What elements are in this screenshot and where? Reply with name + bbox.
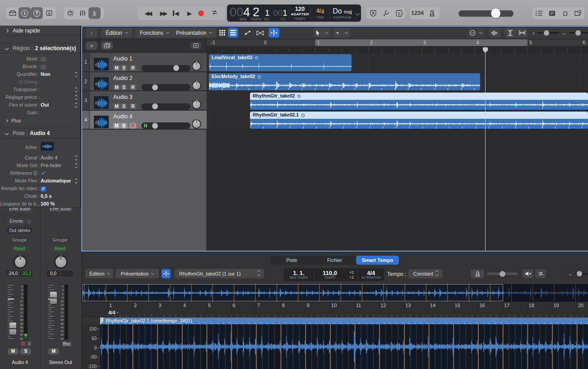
pointer-tool-menu[interactable] [313,28,330,37]
track-solo-button[interactable]: S [120,123,127,129]
inspector-row-canal-[interactable]: Canal :Audio 4 [0,154,80,162]
checkbox[interactable] [41,64,46,70]
editor-tab-smart-tempo[interactable]: Smart Tempo [356,256,399,265]
cycle-icon[interactable] [211,9,218,17]
track-mute-button[interactable]: M [113,84,120,90]
inspector-row-r-glage-pr-cis-[interactable]: Réglage précis : [0,93,80,101]
solo-button[interactable]: S [20,348,31,355]
inspector-row-muet-[interactable]: Muet : [0,55,80,63]
automation-icon[interactable] [242,28,253,37]
record-icon[interactable] [198,10,204,16]
bar-ruler[interactable]: -10123456 [207,39,588,53]
track-options-menu[interactable] [467,28,485,37]
mute-button[interactable]: M [48,348,59,355]
editor-ruler[interactable]: 1234567891011121314151617181920 4/4 [82,302,588,317]
track-pan-knob[interactable] [192,81,201,90]
stepper-icon[interactable] [75,163,77,168]
add-track-button[interactable]: + [86,42,97,50]
inspector-row-value[interactable]: Audio 4 [41,154,57,162]
region-more-row[interactable]: Plus [0,117,80,125]
volume-value[interactable]: 0,0 [47,271,60,276]
track-record-button[interactable]: R [130,103,136,109]
list-view-icon[interactable] [228,28,238,37]
inspector-row-ic-ne-[interactable]: Icône : [0,138,80,154]
input-monitor-button[interactable]: I [27,341,32,346]
cycle-range[interactable] [315,39,528,46]
inspector-row-remplir-les-vides-[interactable]: Remplir les vides :✓ [0,185,80,192]
track-inspector-header[interactable]: Piste : Audio 4 [0,128,80,138]
editor-lcd-tempo[interactable]: 110,0TEMPO [314,268,346,281]
bounce-button[interactable]: Bnc [61,341,72,347]
play-icon[interactable]: ▶ [185,10,192,16]
stepper-icon[interactable] [75,95,77,100]
track-record-button[interactable]: R [130,84,136,90]
inspector-row-r-f-rence-q-[interactable]: Référence Q :✓ [0,169,80,177]
apple-loops-icon[interactable]: Ω [559,7,572,19]
track-name[interactable]: Audio 4 [113,113,132,120]
track-volume-slider[interactable] [141,103,190,110]
editor-lcd-signature[interactable]: 4/4ALTÉRATION [358,268,384,281]
inspector-toggle-icon[interactable]: i [19,7,31,19]
inspector-row-value[interactable]: 0,5 s [41,192,51,200]
track-mute-button[interactable]: M [113,103,120,109]
editor-region-title-bar[interactable]: RhythmGtr_take02.1 (smarttempo_3#01) [100,318,588,324]
track-pan-knob[interactable] [192,100,201,109]
track-header-audio-4[interactable]: 4Audio 4MSR [82,111,207,130]
lcd-chevron-icon[interactable] [356,11,360,15]
track-mute-button[interactable]: M [113,65,120,71]
inspector-row-longueur-de-la-d-[interactable]: Longueur de la d...100 % [0,200,80,208]
inspector-row-value[interactable]: Oui [41,101,49,109]
quick-help-header[interactable]: Aide rapide [0,26,80,36]
toolbar-toggle-icon[interactable] [43,7,55,19]
editor-tab-fichier[interactable]: Fichier [313,256,356,265]
automation-mode[interactable]: Read [10,246,28,252]
vertical-zoom-slider[interactable]: ↕ [532,28,559,37]
track-icon[interactable] [41,142,54,151]
flex-icon[interactable] [269,28,279,37]
editor-click-volume-knob[interactable] [500,271,505,277]
track-icon[interactable] [94,96,109,109]
track-pan-knob[interactable] [192,119,201,129]
editor-hzoom-knob[interactable] [577,271,582,276]
track-icon[interactable] [94,77,109,90]
stepper-icon[interactable] [75,87,77,92]
volume-slider-knob[interactable] [491,9,500,18]
horizontal-auto-zoom-icon[interactable] [516,28,528,37]
metronome-icon[interactable] [425,7,439,19]
tuner-icon[interactable] [380,7,393,19]
solo-mode-icon[interactable]: S [393,7,405,19]
inspector-row-q-swing-[interactable]: Q-Swing : [0,78,80,86]
region-elecmelody-take02[interactable]: ElecMelody_take02 [209,73,480,90]
list-editors-icon[interactable] [532,7,546,19]
grid-view-icon[interactable] [217,28,227,37]
inspector-row-chute-[interactable]: Chute :0,5 s [0,192,80,200]
lcd-display[interactable]: 004 MES 2 TEMPS 1 DIV 001 TIC 120 ADAPTE… [227,5,361,22]
checkbox-checked[interactable]: ✓ [41,186,46,192]
playhead[interactable] [485,47,486,252]
inspector-row-gain-[interactable]: Gain : [0,109,80,117]
track-volume-knob[interactable] [152,84,158,90]
strip-name[interactable]: Audio 4 [0,360,40,365]
track-header-options-button[interactable] [190,42,202,49]
strip-name[interactable]: Stereo Out [41,360,80,365]
inspector-row-boucle-[interactable]: Boucle : [0,63,80,70]
track-icon[interactable] [94,116,109,128]
track-volume-knob[interactable] [173,65,179,71]
pan-knob[interactable] [54,255,68,269]
autopunch-icon[interactable] [366,7,380,19]
track-header-audio-3[interactable]: 3Audio 3MSR [82,91,207,110]
mute-button[interactable]: M [8,348,19,355]
waveform-zoom-icon[interactable] [489,28,500,37]
editor-edit-menu[interactable]: Édition [85,269,113,278]
crossfade-tool-icon[interactable] [254,28,266,37]
media-browser-icon[interactable]: ♪ [572,7,584,19]
mixer-icon[interactable] [76,7,88,19]
track-name[interactable]: Audio 1 [113,56,132,62]
track-volume-knob[interactable] [152,123,158,129]
catch-playhead-icon[interactable]: ↑ [86,28,97,37]
rewind-icon[interactable]: ◀◀ [144,10,151,16]
track-volume-slider[interactable] [141,65,190,71]
smart-controls-icon[interactable] [64,7,76,19]
track-solo-button[interactable]: S [120,84,127,90]
editor-tab-piste[interactable]: Piste [270,256,313,265]
